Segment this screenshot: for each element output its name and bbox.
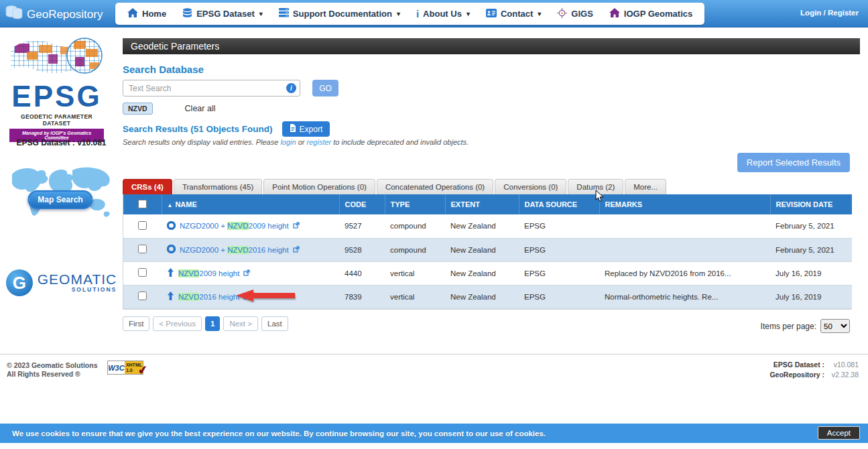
version-info: EPSG Dataset : v10.081 GeoRepository : v… (769, 360, 859, 380)
table-row: NZVD2016 height 7839 vertical New Zealan… (123, 285, 852, 308)
vertical-crs-icon (167, 292, 174, 302)
crosshair-icon (557, 8, 567, 20)
geomatic-globe-icon: G (6, 269, 33, 296)
row-checkbox[interactable] (138, 221, 147, 230)
report-selected-results-button[interactable]: Report Selected Results (737, 153, 850, 172)
header-revision-date[interactable]: REVISION DATE (770, 194, 852, 214)
epsg-logo-subtitle: GEODETIC PARAMETER DATASET (9, 113, 104, 127)
go-button[interactable]: GO (312, 80, 338, 97)
pagination-first[interactable]: First (123, 316, 149, 331)
tab-conversions[interactable]: Conversions (0) (495, 179, 566, 194)
table-header-row: ▲NAME CODE TYPE EXTENT DATA SOURCE REMAR… (123, 194, 852, 214)
map-search-area: Map Search (3, 162, 118, 235)
tab-concatenated-operations[interactable]: Concatenated Operations (0) (377, 179, 493, 194)
vertical-crs-icon (167, 268, 174, 278)
epsg-worldmap-graphic (9, 37, 104, 78)
export-file-icon (290, 124, 296, 134)
georepository-brand[interactable]: GeoRepository (5, 5, 103, 24)
header-remarks[interactable]: REMARKS (599, 194, 770, 214)
geomatic-wordmark: GEOMATIC (38, 273, 117, 286)
pagination-previous[interactable]: < Previous (153, 316, 202, 331)
brand-name: GeoRepository (27, 8, 103, 21)
select-all-checkbox[interactable] (138, 200, 147, 208)
crs-link[interactable]: NZVD2016 height (178, 293, 239, 301)
nav-home[interactable]: Home (119, 3, 174, 25)
chevron-down-icon: ▾ (538, 10, 541, 17)
nav-support-documentation[interactable]: Support Documentation ▾ (271, 3, 408, 25)
register-link[interactable]: register (307, 138, 332, 146)
external-link-icon[interactable] (243, 269, 250, 277)
external-link-icon[interactable] (243, 293, 250, 301)
page-title: Geodetic Parameters (123, 38, 860, 54)
chevron-down-icon: ▾ (467, 10, 470, 17)
header-extent[interactable]: EXTENT (445, 194, 519, 214)
cookie-message: We use cookies to ensure that we give yo… (0, 430, 546, 438)
search-term-tag[interactable]: NZVD (123, 103, 153, 115)
cookie-accept-button[interactable]: Accept (818, 426, 860, 440)
header-type[interactable]: TYPE (385, 194, 445, 214)
documentation-icon (279, 8, 289, 19)
cookie-banner: We use cookies to ensure that we give yo… (0, 424, 868, 443)
tab-more[interactable]: More... (625, 179, 666, 194)
crs-link[interactable]: NZGD2000 + NZVD2016 height (180, 246, 289, 254)
pagination-last[interactable]: Last (261, 316, 288, 331)
login-register-link[interactable]: Login / Register (800, 9, 859, 17)
nav-gigs[interactable]: GIGS (549, 3, 601, 25)
items-per-page: Items per page: 50 (761, 319, 850, 333)
header-code[interactable]: CODE (339, 194, 385, 214)
contact-card-icon (486, 9, 497, 19)
geomatic-solutions-text: SOLUTIONS (38, 286, 117, 293)
search-info-icon[interactable]: i (286, 83, 296, 93)
tab-datums[interactable]: Datums (2) (568, 179, 623, 194)
main-navigation: Home EPSG Dataset ▾ Support Documentatio… (115, 3, 704, 25)
house-purple-icon (609, 8, 620, 19)
crs-link[interactable]: NZGD2000 + NZVD2009 height (180, 222, 289, 230)
geomatic-solutions-logo: G GEOMATIC SOLUTIONS (0, 269, 123, 296)
epsg-logo: EPSG GEODETIC PARAMETER DATASET Managed … (9, 37, 104, 142)
search-input[interactable] (123, 80, 300, 97)
tab-crss[interactable]: CRSs (4) (123, 179, 172, 194)
map-search-button[interactable]: Map Search (27, 190, 92, 209)
info-icon: i (416, 8, 419, 19)
result-tabs: CRSs (4) Transformations (45) Point Moti… (123, 179, 668, 194)
table-row: NZVD2009 height 4440 vertical New Zealan… (123, 261, 852, 285)
chevron-down-icon: ▾ (259, 10, 263, 17)
export-button[interactable]: Export (282, 121, 330, 137)
pagination-page-1[interactable]: 1 (205, 316, 220, 331)
pagination-next[interactable]: Next > (223, 316, 258, 331)
items-per-page-label: Items per page: (761, 322, 816, 331)
chevron-down-icon: ▾ (397, 10, 400, 17)
filter-tags-row: NZVD Clear all (123, 103, 215, 115)
table-row: NZGD2000 + NZVD2016 height 9528 compound… (123, 238, 852, 261)
home-icon (127, 8, 138, 19)
search-row: i GO (123, 80, 338, 97)
nav-iogp-geomatics[interactable]: IOGP Geomatics (601, 3, 700, 25)
login-link[interactable]: login (280, 138, 296, 146)
header-data-source[interactable]: DATA SOURCE (519, 194, 599, 214)
tab-point-motion-operations[interactable]: Point Motion Operations (0) (263, 179, 375, 194)
external-link-icon[interactable] (293, 246, 300, 254)
select-all-header (123, 194, 162, 214)
nav-contact[interactable]: Contact ▾ (478, 3, 549, 25)
table-row: NZGD2000 + NZVD2009 height 9527 compound… (123, 214, 852, 238)
checkmark-icon: ✔ (137, 363, 148, 378)
copyright-text: © 2023 Geomatic Solutions All Rights Res… (7, 361, 98, 379)
footer: © 2023 Geomatic Solutions All Rights Res… (0, 354, 868, 394)
row-checkbox[interactable] (138, 292, 147, 300)
crs-link[interactable]: NZVD2009 height (178, 269, 239, 277)
external-link-icon[interactable] (293, 222, 300, 230)
database-stack-icon (5, 5, 23, 24)
row-checkbox[interactable] (138, 245, 147, 253)
results-note: Search results only display valid entrie… (123, 138, 469, 146)
tab-transformations[interactable]: Transformations (45) (174, 179, 262, 194)
nav-epsg-dataset[interactable]: EPSG Dataset ▾ (174, 3, 271, 25)
nav-about-us[interactable]: i About Us ▾ (408, 3, 478, 25)
sort-asc-icon: ▲ (168, 202, 173, 208)
w3c-xhtml-badge[interactable]: W3C XHTML 1.0 ✔ (107, 361, 143, 375)
row-checkbox[interactable] (138, 268, 147, 277)
items-per-page-select[interactable]: 50 (820, 319, 850, 333)
compound-crs-icon (167, 221, 176, 231)
header-name[interactable]: ▲NAME (162, 194, 339, 214)
database-icon (182, 8, 192, 20)
clear-all-link[interactable]: Clear all (185, 104, 216, 113)
